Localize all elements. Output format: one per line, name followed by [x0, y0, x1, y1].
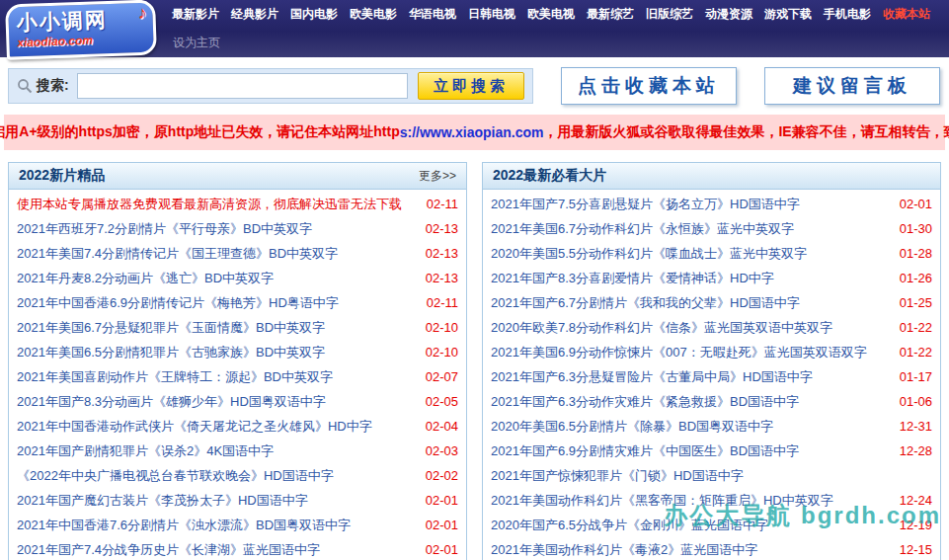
movie-link[interactable]: 2021年美国动作科幻片《黑客帝国：矩阵重启》HD中英双字: [491, 492, 887, 510]
movie-link[interactable]: 2021年中国香港7.6分剧情片《浊水漂流》BD国粤双语中字: [17, 517, 413, 534]
movie-link[interactable]: 2021年美国7.4分剧情传记片《国王理查德》BD中英双字: [17, 245, 413, 263]
nav-item[interactable]: 最新影片: [166, 6, 225, 23]
movie-link[interactable]: 2021年国产魔幻古装片《李茂扮太子》HD国语中字: [17, 492, 413, 510]
movie-link[interactable]: 2020年美国6.5分剧情片《除暴》BD国粤双语中字: [491, 418, 887, 436]
movie-row[interactable]: 2021年美国动作科幻片《毒液2》蓝光国语中字 12-15: [491, 537, 932, 560]
movie-row[interactable]: 2021年丹麦8.2分动画片《逃亡》BD中英双字 02-13: [17, 266, 458, 290]
nav-item[interactable]: 国内电影: [284, 6, 344, 23]
nav-item[interactable]: 动漫资源: [699, 6, 758, 23]
movie-link[interactable]: 2021年美国喜剧动作片《王牌特工：源起》BD中英双字: [17, 368, 413, 386]
suggestion-board-button[interactable]: 建议留言板: [764, 67, 940, 105]
movie-row[interactable]: 2021年美国动作科幻片《黑客帝国：矩阵重启》HD中英双字 12-24: [491, 488, 932, 513]
content-columns: 2022新片精品 更多>> 使用本站专属播放器免费观看最新高清资源，彻底解决迅雷…: [8, 162, 941, 560]
movie-date: 02-10: [421, 345, 458, 360]
movie-date: 02-05: [421, 394, 458, 409]
movie-row[interactable]: 2020年美国6.5分剧情片《除暴》BD国粤双语中字 12-31: [491, 414, 932, 439]
more-link[interactable]: 更多>>: [419, 168, 456, 185]
movie-row[interactable]: 2021年国产6.9分剧情灾难片《中国医生》BD国语中字 12-28: [491, 439, 932, 463]
movie-link[interactable]: 2021年美国6.7分动作科幻片《永恒族》蓝光中英双字: [491, 220, 887, 238]
movie-row[interactable]: 2021年美国喜剧动作片《王牌特工：源起》BD中英双字 02-07: [17, 364, 458, 389]
search-submit-button[interactable]: 立即搜索: [418, 72, 524, 100]
movie-link[interactable]: 2021年西班牙7.2分剧情片《平行母亲》BD中英双字: [17, 220, 413, 238]
movie-date: 12-31: [895, 419, 932, 434]
movie-row[interactable]: 2021年国产8.3分动画片《雄狮少年》HD国粤双语中字 02-05: [17, 389, 458, 414]
movie-row[interactable]: 2021年国产7.5分喜剧悬疑片《扬名立万》HD国语中字 02-01: [491, 192, 932, 216]
movie-row[interactable]: 2021年国产7.4分战争历史片《长津湖》蓝光国语中字 02-01: [17, 537, 458, 560]
nav-item[interactable]: 华语电视: [403, 6, 462, 23]
movie-row[interactable]: 2020年美国5.5分动作科幻片《喋血战士》蓝光中英双字 01-28: [491, 241, 932, 266]
movie-row[interactable]: 《2022年中央广播电视总台春节联欢晚会》HD国语中字 02-02: [17, 463, 458, 488]
movie-date: 02-01: [421, 493, 458, 508]
nav-item[interactable]: 日韩电视: [462, 6, 521, 23]
movie-date: 01-28: [895, 246, 932, 261]
nav-item[interactable]: 最新综艺: [581, 6, 640, 23]
nav-item[interactable]: 手机电影: [818, 6, 877, 23]
movie-link[interactable]: 2020年国产6.5分战争片《金刚川》蓝光国语中字: [491, 517, 887, 534]
movie-row[interactable]: 使用本站专属播放器免费观看最新高清资源，彻底解决迅雷无法下载 02-11: [17, 192, 458, 216]
movie-link[interactable]: 2021年美国动作科幻片《毒液2》蓝光国语中字: [491, 541, 887, 559]
set-home-link[interactable]: 设为主页: [173, 35, 220, 51]
movie-link[interactable]: 2021年国产8.3分喜剧爱情片《爱情神话》HD中字: [491, 270, 887, 287]
movie-link[interactable]: 2021年国产6.3分悬疑冒险片《古董局中局》HD国语中字: [491, 368, 887, 386]
movie-date: 12-19: [895, 518, 932, 532]
movie-link[interactable]: 2020年美国5.5分动作科幻片《喋血战士》蓝光中英双字: [491, 245, 887, 263]
favorite-site-button[interactable]: 点击收藏本站: [561, 67, 737, 105]
movie-row[interactable]: 2021年中国香港7.6分剧情片《浊水漂流》BD国粤双语中字 02-01: [17, 513, 458, 537]
movie-link[interactable]: 2021年国产8.3分动画片《雄狮少年》HD国粤双语中字: [17, 393, 413, 411]
movie-row[interactable]: 2021年国产惊悚犯罪片《门锁》HD国语中字: [491, 463, 932, 488]
notice-text-prefix: 网站启用A+级别的https加密，原http地址已失效，请记住本站网址http: [0, 123, 400, 141]
movie-link[interactable]: 使用本站专属播放器免费观看最新高清资源，彻底解决迅雷无法下载: [17, 196, 413, 213]
movie-row[interactable]: 2021年国产8.3分喜剧爱情片《爱情神话》HD中字 01-26: [491, 266, 932, 290]
movie-row[interactable]: 2021年美国6.5分剧情犯罪片《古驰家族》BD中英双字 02-10: [17, 340, 458, 364]
movie-link[interactable]: 2021年国产6.7分剧情片《我和我的父辈》HD国语中字: [491, 294, 887, 312]
movie-link[interactable]: 2021年国产7.5分喜剧悬疑片《扬名立万》HD国语中字: [491, 196, 887, 213]
movie-row[interactable]: 2021年美国7.4分剧情传记片《国王理查德》BD中英双字 02-13: [17, 241, 458, 266]
movie-row[interactable]: 2021年中国香港动作武侠片《倚天屠龙记之圣火雄风》HD中字 02-04: [17, 414, 458, 439]
must-watch-header: 2022最新必看大片: [483, 163, 940, 190]
movie-row[interactable]: 2021年美国6.7分悬疑犯罪片《玉面情魔》BD中英双字 02-10: [17, 315, 458, 340]
nav-item[interactable]: 收藏本站: [877, 6, 936, 23]
movie-link[interactable]: 2021年美国6.7分悬疑犯罪片《玉面情魔》BD中英双字: [17, 319, 413, 337]
movie-date: 01-25: [895, 295, 932, 310]
nav-item[interactable]: 欧美电影: [344, 6, 403, 23]
movie-link[interactable]: 2020年欧美7.8分动作科幻片《信条》蓝光国英双语中英双字: [491, 319, 887, 337]
nav-item[interactable]: 经典影片: [225, 6, 284, 23]
movie-link[interactable]: 《2022年中央广播电视总台春节联欢晚会》HD国语中字: [17, 467, 413, 485]
panel-title: 2022最新必看大片: [493, 167, 606, 185]
movie-row[interactable]: 2020年欧美7.8分动作科幻片《信条》蓝光国英双语中英双字 01-22: [491, 315, 932, 340]
movie-link[interactable]: 2021年国产7.4分战争历史片《长津湖》蓝光国语中字: [17, 541, 413, 559]
movie-row[interactable]: 2021年国产6.7分剧情片《我和我的父辈》HD国语中字 01-25: [491, 290, 932, 315]
nav-item[interactable]: 欧美电视: [521, 6, 581, 23]
nav-item[interactable]: 旧版综艺: [640, 6, 699, 23]
site-logo[interactable]: ♪ 小小调网 xiaodiao.com: [5, 0, 157, 60]
movie-link[interactable]: 2021年美国6.5分剧情犯罪片《古驰家族》BD中英双字: [17, 344, 413, 361]
notice-site-url[interactable]: s://www.xiaopian.com: [400, 124, 544, 140]
movie-date: 01-22: [895, 320, 932, 335]
movie-link[interactable]: 2021年国产惊悚犯罪片《门锁》HD国语中字: [491, 467, 887, 485]
movie-row[interactable]: 2021年国产剧情犯罪片《误杀2》4K国语中字 02-03: [17, 439, 458, 463]
nav-item[interactable]: 游戏下载: [758, 6, 818, 23]
movie-link[interactable]: 2021年国产6.9分剧情灾难片《中国医生》BD国语中字: [491, 442, 887, 460]
movie-row[interactable]: 2021年国产6.3分动作灾难片《紧急救援》BD国语中字 01-06: [491, 389, 932, 414]
movie-link[interactable]: 2021年国产6.3分动作灾难片《紧急救援》BD国语中字: [491, 393, 887, 411]
movie-link[interactable]: 2021年国产剧情犯罪片《误杀2》4K国语中字: [17, 442, 413, 460]
movie-link[interactable]: 2021年美国6.9分动作惊悚片《007：无暇赴死》蓝光国英双语双字: [491, 344, 887, 361]
movie-date: 12-28: [895, 443, 932, 458]
search-input[interactable]: [77, 73, 408, 99]
site-notice: 网站启用A+级别的https加密，原http地址已失效，请记住本站网址https…: [4, 115, 945, 150]
new-films-panel: 2022新片精品 更多>> 使用本站专属播放器免费观看最新高清资源，彻底解决迅雷…: [8, 162, 467, 560]
music-note-icon: ♪: [137, 3, 147, 24]
movie-row[interactable]: 2021年美国6.9分动作惊悚片《007：无暇赴死》蓝光国英双语双字 01-22: [491, 340, 932, 364]
movie-date: 02-10: [421, 320, 458, 335]
movie-row[interactable]: 2021年国产6.3分悬疑冒险片《古董局中局》HD国语中字 01-17: [491, 364, 932, 389]
movie-row[interactable]: 2021年美国6.7分动作科幻片《永恒族》蓝光中英双字 01-30: [491, 216, 932, 241]
movie-link[interactable]: 2021年中国香港动作武侠片《倚天屠龙记之圣火雄风》HD中字: [17, 418, 413, 436]
movie-row[interactable]: 2021年国产魔幻古装片《李茂扮太子》HD国语中字 02-01: [17, 488, 458, 513]
movie-date: 02-02: [421, 468, 458, 483]
movie-link[interactable]: 2021年丹麦8.2分动画片《逃亡》BD中英双字: [17, 270, 413, 287]
movie-row[interactable]: 2020年国产6.5分战争片《金刚川》蓝光国语中字 12-19: [491, 513, 932, 537]
movie-row[interactable]: 2021年中国香港6.9分剧情传记片《梅艳芳》HD粤语中字 02-11: [17, 290, 458, 315]
movie-row[interactable]: 2021年西班牙7.2分剧情片《平行母亲》BD中英双字 02-13: [17, 216, 458, 241]
movie-link[interactable]: 2021年中国香港6.9分剧情传记片《梅艳芳》HD粤语中字: [17, 294, 413, 312]
logo-domain: xiaodiao.com: [17, 31, 145, 51]
